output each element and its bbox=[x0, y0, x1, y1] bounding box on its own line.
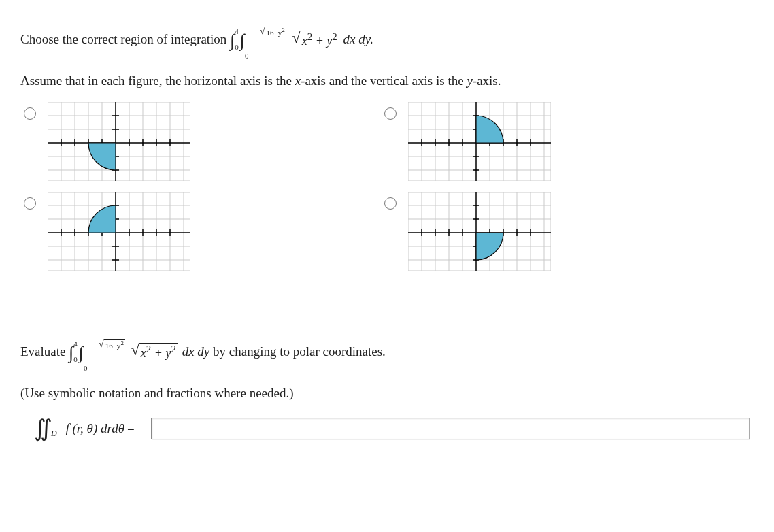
question2-prompt: Evaluate ∫ 40 ∫ √16−y2 0 √ x2 + y2 dx dy… bbox=[20, 332, 754, 373]
q1-prefix: Choose the correct region of integration bbox=[20, 32, 230, 47]
choice-B bbox=[381, 102, 701, 181]
choices-grid bbox=[20, 102, 701, 271]
region-shape bbox=[88, 205, 116, 233]
radio-C[interactable] bbox=[24, 197, 36, 210]
answer-row: ∬ D f (r, θ) drdθ = bbox=[34, 417, 754, 440]
question1-prompt: Choose the correct region of integration… bbox=[20, 19, 754, 60]
figure-A bbox=[48, 102, 190, 181]
figure-C bbox=[48, 192, 190, 271]
answer-input[interactable] bbox=[151, 418, 750, 439]
choice-C bbox=[20, 192, 340, 271]
radio-D[interactable] bbox=[384, 197, 397, 210]
answer-lhs: ∬ D f (r, θ) drdθ = bbox=[34, 417, 135, 440]
radio-A[interactable] bbox=[24, 107, 36, 120]
choice-D bbox=[381, 192, 701, 271]
region-shape bbox=[88, 143, 116, 170]
choice-A bbox=[20, 102, 340, 181]
radio-B[interactable] bbox=[384, 107, 397, 120]
region-shape bbox=[476, 116, 503, 143]
q1-integral: ∫ 40 ∫ √16−y2 0 √ x2 + y2 dx dy. bbox=[230, 19, 373, 60]
figure-B bbox=[408, 102, 551, 181]
question2-hint: (Use symbolic notation and fractions whe… bbox=[20, 386, 754, 401]
grid-lines bbox=[48, 102, 190, 181]
question1-note: Assume that in each figure, the horizont… bbox=[20, 73, 754, 88]
q2-integral: ∫ 40 ∫ √16−y2 0 √ x2 + y2 dx dy bbox=[69, 332, 209, 373]
region-shape bbox=[476, 233, 503, 260]
figure-D bbox=[408, 192, 551, 271]
